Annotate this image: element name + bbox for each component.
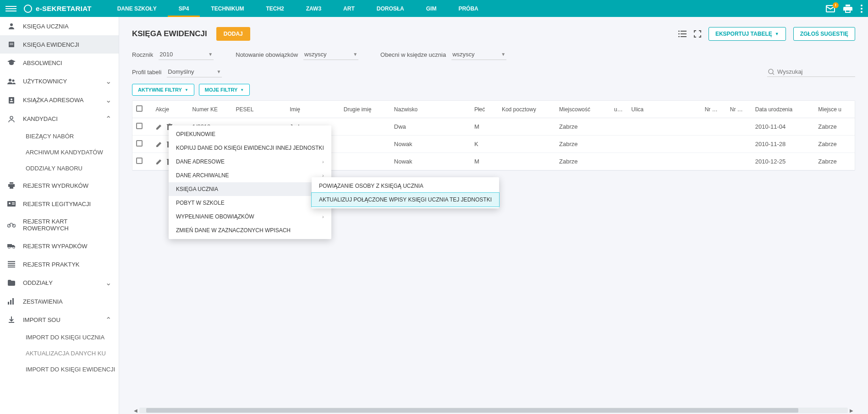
kebab-menu-icon[interactable] <box>861 5 863 13</box>
row-checkbox[interactable] <box>136 140 143 147</box>
horizontal-scrollbar[interactable]: ◀ ▶ <box>132 407 855 414</box>
top-tab[interactable]: DOROSŁA <box>366 0 415 17</box>
obecni-select[interactable]: wszyscy▼ <box>451 49 506 60</box>
column-header[interactable]: PESEL <box>232 101 286 118</box>
sidebar-sub-item[interactable]: ARCHIWUM KANDYDATÓW <box>0 144 119 160</box>
scroll-right-icon[interactable]: ▶ <box>848 407 855 414</box>
truck-icon <box>7 242 16 250</box>
edit-icon[interactable] <box>156 158 162 165</box>
hamburger-menu-icon[interactable] <box>5 6 16 11</box>
sidebar-item[interactable]: REJESTR PRAKTYK <box>0 255 119 273</box>
column-header[interactable]: Akcje <box>152 101 189 118</box>
context-menu-item[interactable]: DANE ADRESOWE› <box>169 155 331 169</box>
add-button[interactable]: DODAJ <box>216 27 250 41</box>
sidebar-item[interactable]: REJESTR WYDRUKÓW <box>0 176 119 195</box>
row-checkbox[interactable] <box>136 123 143 129</box>
top-tab[interactable]: ZAW3 <box>295 0 332 17</box>
sidebar-item[interactable]: KSIĘGA EWIDENCJI <box>0 35 119 54</box>
cell-nr1 <box>701 153 726 170</box>
profil-select[interactable]: Domyślny▼ <box>167 66 222 77</box>
sidebar-item[interactable]: KSIĄŻKA ADRESOWA⌄ <box>0 91 119 109</box>
top-tab[interactable]: TECHNIKUM <box>200 0 255 17</box>
column-header[interactable]: Nr … <box>701 101 726 118</box>
svg-rect-17 <box>12 202 15 203</box>
top-tab[interactable]: GIM <box>415 0 448 17</box>
mail-icon[interactable]: ! <box>826 5 835 12</box>
edit-icon[interactable] <box>156 124 162 130</box>
sidebar-sub-item[interactable]: IMPORT DO KSIĘGI UCZNIA <box>0 329 119 345</box>
list-view-icon[interactable] <box>678 31 687 37</box>
top-tab[interactable]: SP4 <box>168 0 200 17</box>
scroll-left-icon[interactable]: ◀ <box>132 407 139 414</box>
svg-rect-25 <box>8 263 15 264</box>
export-table-button[interactable]: EKSPORTUJ TABELĘ▼ <box>709 27 786 41</box>
column-header[interactable]: Numer KE <box>189 101 232 118</box>
filters-row-1: Rocznik 2010▼ Notowanie obowiązków wszys… <box>132 49 855 60</box>
cell-nr2 <box>726 136 752 153</box>
column-header[interactable]: Imię <box>286 101 340 118</box>
sidebar-item-label: ABSOLWENCI <box>23 60 111 66</box>
column-header[interactable]: Kod pocztowy <box>498 101 555 118</box>
search-input[interactable] <box>777 68 854 75</box>
sidebar-item[interactable]: ZESTAWIENIA <box>0 292 119 310</box>
sidebar-item[interactable]: IMPORT SOU⌃ <box>0 310 119 329</box>
column-header[interactable]: Ulica <box>628 101 701 118</box>
column-header[interactable]: Nazwisko <box>390 101 471 118</box>
active-filters-button[interactable]: AKTYWNE FILTRY▼ <box>132 84 194 96</box>
column-header[interactable]: Miejsce u <box>814 101 855 118</box>
context-menu-item[interactable]: DANE ARCHIWALNE› <box>169 169 331 182</box>
my-filters-button[interactable]: MOJE FILTRY▼ <box>199 84 250 96</box>
fullscreen-icon[interactable] <box>694 30 701 38</box>
top-tab[interactable]: PRÓBA <box>447 0 489 17</box>
context-submenu-item[interactable]: AKTUALIZUJ POŁĄCZONE WPISY KSIĘGI UCZNIA… <box>312 193 499 207</box>
sidebar-item[interactable]: REJESTR KART ROWEROWYCH <box>0 213 119 237</box>
sidebar-item[interactable]: KSIĘGA UCZNIA <box>0 17 119 35</box>
cell-kod <box>498 136 555 153</box>
context-menu-item[interactable]: POBYT W SZKOLE› <box>169 196 331 210</box>
sidebar-item[interactable]: KANDYDACI⌃ <box>0 109 119 128</box>
search-box[interactable] <box>767 67 855 77</box>
rocznik-select[interactable]: 2010▼ <box>159 49 214 60</box>
sidebar-item[interactable]: ODDZIAŁY⌄ <box>0 273 119 292</box>
top-tab[interactable]: ART <box>332 0 366 17</box>
context-menu-item[interactable]: KSIĘGA UCZNIA› <box>169 182 331 196</box>
column-header[interactable] <box>132 101 152 118</box>
sidebar-item[interactable]: REJESTR LEGITYMACJI <box>0 195 119 213</box>
svg-line-39 <box>773 73 774 75</box>
notowanie-select[interactable]: wszyscy▼ <box>303 49 358 60</box>
cell-miejscowosc: Zabrze <box>555 118 610 136</box>
app-logo: e-SEKRETARIAT <box>24 5 92 13</box>
column-header[interactable]: u… <box>610 101 628 118</box>
select-all-checkbox[interactable] <box>136 105 143 112</box>
column-header[interactable]: Nr … <box>726 101 752 118</box>
edit-icon[interactable] <box>156 141 162 147</box>
context-menu-item[interactable]: KOPIUJ DANE DO KSIĘGI EWIDENCJI INNEJ JE… <box>169 141 331 155</box>
sidebar-sub-item[interactable]: BIEŻĄCY NABÓR <box>0 128 119 144</box>
print-icon[interactable] <box>843 5 852 13</box>
sidebar-sub-item[interactable]: AKTUALIZACJA DANYCH KU <box>0 345 119 361</box>
row-checkbox[interactable] <box>136 158 143 164</box>
context-menu-item[interactable]: ZMIEŃ DANE W ZAZNACZONYCH WPISACH <box>169 223 331 237</box>
column-header[interactable]: Data urodzenia <box>752 101 815 118</box>
cell-nazwisko: Dwa <box>390 118 471 136</box>
svg-rect-34 <box>678 33 680 34</box>
sidebar-item[interactable]: ABSOLWENCI <box>0 54 119 72</box>
profil-label: Profil tabeli <box>132 69 161 76</box>
context-menu-item[interactable]: WYPEŁNIANIE OBOWIĄZKÓW› <box>169 210 331 223</box>
context-submenu-item[interactable]: POWIĄZANIE OSOBY Z KSIĘGĄ UCZNIA <box>312 179 499 193</box>
sidebar-item[interactable]: REJESTR WYPADKÓW <box>0 237 119 255</box>
sidebar-item[interactable]: UŻYTKOWNICY⌄ <box>0 72 119 91</box>
column-header[interactable]: Płeć <box>471 101 498 118</box>
svg-point-11 <box>10 116 13 119</box>
top-tab[interactable]: DANE SZKOŁY <box>106 0 168 17</box>
column-header[interactable]: Miejscowość <box>555 101 610 118</box>
sidebar-sub-item[interactable]: ODDZIAŁY NABORU <box>0 160 119 176</box>
svg-point-16 <box>9 202 11 204</box>
suggest-button[interactable]: ZGŁOŚ SUGESTIĘ <box>793 27 855 41</box>
column-header[interactable]: Drugie imię <box>340 101 390 118</box>
top-tab[interactable]: TECH2 <box>255 0 295 17</box>
cell-data: 2010-11-04 <box>752 118 815 136</box>
context-menu-item[interactable]: OPIEKUNOWIE <box>169 127 331 141</box>
sidebar-item-label: REJESTR KART ROWEROWYCH <box>23 218 111 232</box>
sidebar-sub-item[interactable]: IMPORT DO KSIĘGI EWIDENCJI <box>0 361 119 377</box>
